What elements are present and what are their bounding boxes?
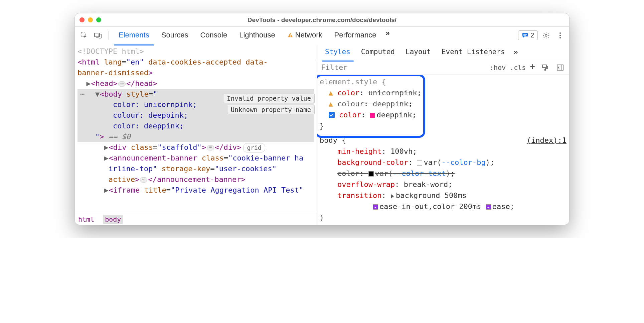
style-rule-color-overridden[interactable]: color: var(--color-text); <box>320 168 567 179</box>
traffic-lights <box>79 17 101 22</box>
tooltip-unknown-name: Unknown property name <box>227 105 315 114</box>
svg-rect-4 <box>290 36 291 37</box>
color-swatch-icon[interactable] <box>417 160 422 166</box>
expand-icon[interactable]: ⋯ <box>140 177 147 183</box>
warning-icon: ▲ <box>329 89 333 97</box>
color-swatch-icon[interactable] <box>368 171 374 177</box>
paint-icon[interactable] <box>539 62 550 73</box>
titlebar: DevTools - developer.chrome.com/docs/dev… <box>75 13 569 27</box>
style-rule-transition[interactable]: transition: background 500ms <box>320 190 567 201</box>
selector-body: (index):1body { <box>320 135 567 146</box>
more-subtabs-button[interactable]: » <box>511 48 521 56</box>
settings-icon[interactable] <box>540 30 552 41</box>
devtools-window: DevTools - developer.chrome.com/docs/dev… <box>75 13 569 225</box>
hov-button[interactable]: :hov <box>490 64 506 72</box>
styles-filterbar: :hov .cls + <box>317 60 569 75</box>
close-window-button[interactable] <box>79 17 85 22</box>
style-rule-invalid-value[interactable]: ▲ color: unicornpink; <box>320 87 567 98</box>
styles-subtabs: Styles Computed Layout Event Listeners » <box>317 44 569 60</box>
dom-node-div-scaffold[interactable]: ▶<div class="scaffold">⋯</div>grid <box>77 142 314 153</box>
dom-node-announcement[interactable]: ▶<announcement-banner class="cookie-bann… <box>77 153 314 164</box>
tab-label: Console <box>200 31 227 39</box>
chat-icon <box>522 32 528 38</box>
style-rule-min-height[interactable]: min-height: 100vh; <box>320 146 567 157</box>
subtab-computed[interactable]: Computed <box>356 46 399 59</box>
dom-node-html-cont: banner-dismissed> <box>77 68 314 78</box>
tab-network[interactable]: Network <box>282 29 328 42</box>
selector-element-style: element.style { <box>320 76 567 87</box>
dom-node-html[interactable]: <html lang="en" data-cookies-accepted da… <box>77 57 314 68</box>
color-swatch-icon[interactable] <box>370 113 375 118</box>
issues-badge[interactable]: 2 <box>518 30 538 40</box>
kebab-menu-icon[interactable] <box>554 30 566 41</box>
tab-label: Lighthouse <box>239 31 275 39</box>
issues-count: 2 <box>530 31 534 39</box>
svg-point-7 <box>545 34 547 36</box>
source-link[interactable]: (index):1 <box>527 135 567 146</box>
expand-icon[interactable]: ⋯ <box>118 81 126 87</box>
breadcrumb: html body <box>75 214 317 225</box>
tab-elements[interactable]: Elements <box>113 29 155 42</box>
device-toggle-icon[interactable] <box>92 30 104 41</box>
maximize-window-button[interactable] <box>96 17 101 22</box>
dom-node-head[interactable]: ▶<head>⋯</head> <box>77 78 314 89</box>
window-title: DevTools - developer.chrome.com/docs/dev… <box>75 16 569 24</box>
tab-label: Network <box>295 31 322 39</box>
expand-icon[interactable]: ⋯ <box>207 145 214 150</box>
breadcrumb-item[interactable]: html <box>78 215 94 223</box>
dom-node-announcement-cont: irline-top" storage-key="user-cookies" <box>77 164 314 174</box>
subtab-layout[interactable]: Layout <box>401 46 436 59</box>
expand-icon[interactable] <box>391 194 394 198</box>
dom-node-iframe[interactable]: ▶<iframe title="Private Aggregation API … <box>77 185 314 196</box>
svg-point-8 <box>559 32 561 34</box>
svg-rect-6 <box>523 35 526 36</box>
tab-sources[interactable]: Sources <box>156 29 194 42</box>
new-rule-button[interactable]: + <box>530 61 535 71</box>
svg-rect-2 <box>99 34 101 38</box>
style-rule-bg[interactable]: background-color: var(--color-bg); <box>320 157 567 168</box>
svg-rect-12 <box>544 69 546 71</box>
svg-rect-5 <box>523 34 527 35</box>
tooltip-invalid-value: Invalid property value <box>223 94 315 103</box>
rule-close: } <box>320 212 567 223</box>
style-rule-color[interactable]: color: deeppink; <box>320 109 567 120</box>
style-rule-transition-cont: ease-in-out,color 200ms ease; <box>320 201 567 212</box>
tab-performance[interactable]: Performance <box>329 29 382 42</box>
more-tabs-button[interactable]: » <box>383 29 392 42</box>
style-rule-unknown-prop[interactable]: ▲ colour: deeppink; <box>320 98 567 109</box>
easing-swatch-icon[interactable] <box>373 204 378 210</box>
panel-tabs: Elements Sources Console Lighthouse Netw… <box>113 29 515 42</box>
toggle-sidebar-icon[interactable] <box>554 62 566 73</box>
styles-filter-input[interactable] <box>320 63 486 72</box>
svg-point-9 <box>559 35 561 36</box>
dom-node-announcement-cont2: active>⋯</announcement-banner> <box>77 174 314 185</box>
warning-icon: ▲ <box>329 100 333 108</box>
styles-panel: Styles Computed Layout Event Listeners »… <box>317 44 569 225</box>
svg-rect-11 <box>542 65 546 68</box>
body-style-line: color: deeppink; <box>77 121 314 131</box>
svg-rect-3 <box>290 34 291 36</box>
svg-point-10 <box>559 37 561 38</box>
styles-rules[interactable]: element.style { ▲ color: unicornpink; ▲ … <box>317 75 569 225</box>
subtab-styles[interactable]: Styles <box>320 46 355 59</box>
inspect-element-icon[interactable] <box>78 30 90 41</box>
subtab-event-listeners[interactable]: Event Listeners <box>437 46 510 59</box>
grid-badge[interactable]: grid <box>243 143 265 152</box>
cls-button[interactable]: .cls <box>510 64 526 72</box>
rule-close: } <box>320 120 567 131</box>
dom-node-body-close: "> == $0 <box>77 131 314 142</box>
tab-lighthouse[interactable]: Lighthouse <box>234 29 281 42</box>
breadcrumb-item[interactable]: body <box>103 215 123 224</box>
easing-swatch-icon[interactable] <box>486 204 491 210</box>
tab-label: Elements <box>119 31 149 39</box>
minimize-window-button[interactable] <box>88 17 93 22</box>
separator <box>108 31 109 40</box>
main-toolbar: Elements Sources Console Lighthouse Netw… <box>75 27 569 44</box>
dom-tree[interactable]: <!DOCTYPE html> <html lang="en" data-coo… <box>75 44 317 214</box>
warning-icon <box>287 32 293 38</box>
checkbox-icon[interactable] <box>329 112 335 118</box>
tab-console[interactable]: Console <box>195 29 232 42</box>
style-rule-overflow-wrap[interactable]: overflow-wrap: break-word; <box>320 179 567 190</box>
doctype: <!DOCTYPE html> <box>77 47 144 56</box>
tab-label: Sources <box>161 31 188 39</box>
